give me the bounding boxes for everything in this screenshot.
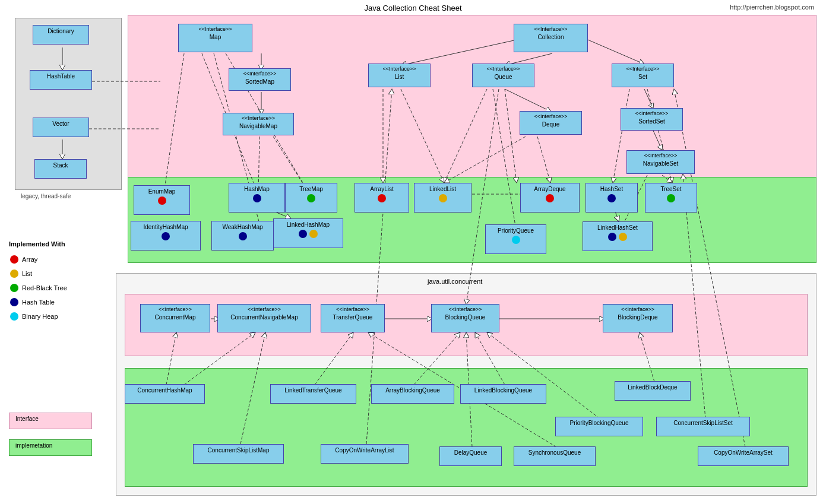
concurrentnavigablemap-node: <<Interface>> ConcurrentNavigableMap xyxy=(217,304,311,332)
page-title: Java Collection Cheat Sheet xyxy=(364,4,461,12)
weakhashmap-node: WeakHashMap xyxy=(211,221,274,251)
concurrentmap-node: <<Interface>> ConcurrentMap xyxy=(140,304,210,332)
concurrent-label: java.util.concurrent xyxy=(428,278,482,285)
concurrentskiplistset-node: ConcurrentSkipListSet xyxy=(656,417,750,436)
navigablemap-node: <<Interface>> NavigableMap xyxy=(223,113,294,135)
arraydeque-node: ArrayDeque xyxy=(520,183,580,213)
linkedlist-node: LinkedList xyxy=(414,183,471,213)
legend-implementation-box: implemetation xyxy=(9,439,92,456)
concurrenthashmap-node: ConcurrentHashMap xyxy=(125,384,205,404)
legacy-label: legacy, thread-safe xyxy=(21,193,71,199)
hashmap-node: HashMap xyxy=(229,183,285,213)
deque-interface-node: <<Interface>> Deque xyxy=(520,111,582,135)
legend-binaryheap: Binary Heap xyxy=(9,311,58,322)
legend-list: List xyxy=(9,268,32,279)
copyonwritearraylist-node: CopyOnWriteArrayList xyxy=(321,444,409,464)
concurrentskiplistmap-node: ConcurrentSkipListMap xyxy=(193,444,284,464)
sortedmap-node: <<Interface>> SortedMap xyxy=(229,68,291,91)
legend-array: Array xyxy=(9,254,37,265)
priorityqueue-node: PriorityQueue xyxy=(485,224,546,254)
enummap-node: EnumMap xyxy=(134,185,190,215)
linkedtransferqueue-node: LinkedTransferQueue xyxy=(270,384,356,404)
list-interface-node: <<Interface>> List xyxy=(368,64,431,87)
page-url: http://pierrchen.blogspot.com xyxy=(730,4,814,11)
navigableset-node: <<Interface>> NavigableSet xyxy=(626,150,695,174)
queue-interface-node: <<Interface>> Queue xyxy=(472,64,534,87)
priorityblockingqueue-node: PriorityBlockingQueue xyxy=(555,417,643,436)
linkedhashmap-node: LinkedHashMap xyxy=(273,218,343,248)
treeset-node: TreeSet xyxy=(645,183,697,213)
legend-interface-box: Interface xyxy=(9,413,92,429)
dictionary-node: Dictionary xyxy=(33,25,89,45)
transferqueue-node: <<Interface>> TransferQueue xyxy=(321,304,385,332)
linkedblockdeque-node: LinkedBlockDeque xyxy=(615,381,691,401)
blockingdeque-node: <<Interface>> BlockingDeque xyxy=(603,304,673,332)
blockingqueue-node: <<Interface>> BlockingQueue xyxy=(431,304,499,332)
sortedset-node: <<Interface>> SortedSet xyxy=(621,108,683,131)
identityhashmap-node: IdentityHashMap xyxy=(131,221,201,251)
treemap-node: TreeMap xyxy=(285,183,337,213)
set-interface-node: <<Interface>> Set xyxy=(612,64,674,87)
legend-section: Implemented With xyxy=(9,240,65,248)
hashset-node: HashSet xyxy=(586,183,638,213)
collection-interface-node: <<Interface>> Collection xyxy=(514,24,588,52)
copyonwritearrayset-node: CopyOnWriteArraySet xyxy=(698,446,789,466)
stack-node: Stack xyxy=(34,159,87,179)
arrayblockingqueue-node: ArrayBlockingQueue xyxy=(371,384,454,404)
map-interface-node: <<Interface>> Map xyxy=(178,24,252,52)
linkedblockingqueue-node: LinkedBlockingQueue xyxy=(460,384,546,404)
delayqueue-node: DelayQueue xyxy=(439,446,502,466)
linkedhashset-node: LinkedHashSet xyxy=(583,221,653,251)
arraylist-node: ArrayList xyxy=(355,183,409,213)
vector-node: Vector xyxy=(33,118,89,137)
legend-rbt: Red-Black Tree xyxy=(9,283,67,293)
legend-hashtable: Hash Table xyxy=(9,297,55,308)
synchronousqueue-node: SynchronousQueue xyxy=(514,446,596,466)
hashtable-node: HashTable xyxy=(30,70,92,90)
